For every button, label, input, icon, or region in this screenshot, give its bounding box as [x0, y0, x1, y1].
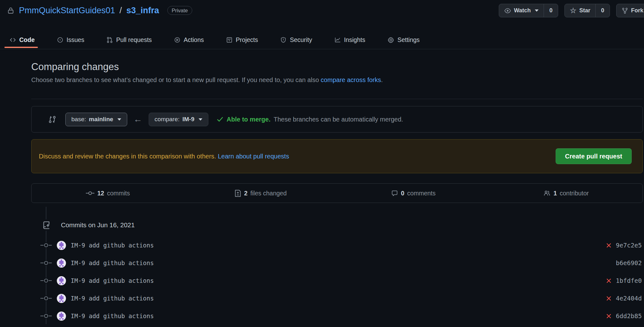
commit-sha-link[interactable]: b6e6902 — [616, 259, 642, 267]
commit-sha-link[interactable]: 9e7c2e5 — [616, 242, 642, 249]
x-failed-check-icon[interactable] — [606, 313, 612, 319]
chevron-down-icon — [117, 118, 121, 121]
tab-projects[interactable]: Projects — [226, 31, 258, 49]
star-icon: ☆ — [570, 7, 576, 14]
star-button[interactable]: ☆ Star — [565, 4, 595, 17]
breadcrumb: PmmQuickStartGuides01 / s3_infra Private — [7, 6, 192, 15]
commit-message-link[interactable]: IM-9 add github actions — [71, 295, 154, 302]
shield-icon — [280, 37, 287, 43]
discussion-flash: Discuss and review the changes in this c… — [31, 139, 643, 173]
commit-sha-link[interactable]: 6dd2b85 — [616, 312, 642, 320]
stat-label: contributor — [560, 190, 589, 197]
avatar[interactable] — [57, 259, 66, 268]
commit-row: IM-9 add github actions 9e7c2e5 — [31, 236, 643, 254]
commit-sha-link[interactable]: 4e2404d — [616, 295, 642, 302]
commit-row: IM-9 add github actions 1bfdfe0 — [31, 272, 643, 289]
tab-label: Actions — [184, 36, 204, 44]
commit-node-icon — [40, 242, 52, 248]
people-icon — [543, 190, 551, 197]
x-failed-check-icon[interactable] — [606, 278, 612, 284]
commit-meta: 4e2404d — [606, 295, 643, 302]
tab-label: Security — [290, 36, 312, 44]
commit-message-link[interactable]: IM-9 add github actions — [71, 277, 154, 284]
commit-message-link[interactable]: IM-9 add github actions — [71, 259, 154, 266]
tab-label: Settings — [397, 36, 420, 44]
tab-label: Code — [19, 36, 35, 44]
page-title: Comparing changes — [31, 61, 643, 73]
tab-label: Insights — [344, 36, 365, 44]
merge-status-detail: These branches can be automatically merg… — [274, 116, 403, 123]
repo-name-link[interactable]: s3_infra — [126, 6, 159, 15]
lock-icon — [7, 6, 15, 15]
tab-code[interactable]: Code — [9, 31, 35, 49]
tab-actions[interactable]: Actions — [174, 31, 204, 49]
watch-count[interactable]: 0 — [544, 4, 558, 17]
star-count[interactable]: 0 — [595, 4, 610, 17]
commit-sha-link[interactable]: 1bfdfe0 — [616, 277, 642, 284]
x-failed-check-icon[interactable] — [606, 242, 612, 248]
watch-button[interactable]: Watch — [499, 4, 544, 17]
fork-button[interactable]: Fork — [617, 4, 644, 17]
avatar[interactable] — [57, 241, 66, 250]
watch-button-group: Watch 0 — [499, 4, 558, 17]
commit-list: IM-9 add github actions 9e7c2e5 — [31, 236, 643, 325]
graph-icon — [334, 37, 341, 43]
tab-label: Pull requests — [116, 36, 152, 44]
comments-stat[interactable]: 0 comments — [337, 184, 490, 203]
avatar[interactable] — [57, 294, 66, 303]
commit-node-icon — [40, 278, 52, 283]
repo-nav: Code Issues Pull requests Actions — [0, 31, 644, 49]
compare-label: compare: — [155, 116, 180, 123]
gear-icon — [387, 37, 394, 44]
fork-button-group: Fork — [616, 4, 644, 17]
flash-text: Discuss and review the changes in this c… — [39, 153, 216, 160]
chevron-down-icon — [199, 118, 202, 121]
avatar[interactable] — [57, 276, 66, 285]
tab-issues[interactable]: Issues — [57, 31, 84, 49]
commit-node-icon — [40, 260, 52, 266]
commit-row: IM-9 add github actions b6e6902 — [31, 254, 643, 272]
files-changed-stat[interactable]: 2 files changed — [184, 184, 337, 203]
learn-about-pull-requests-link[interactable]: Learn about pull requests — [218, 153, 289, 160]
tab-pull-requests[interactable]: Pull requests — [106, 31, 152, 49]
base-label: base: — [71, 116, 86, 123]
file-diff-icon — [235, 190, 241, 197]
compare-branch-selector[interactable]: compare:IM-9 — [149, 113, 208, 126]
commits-stat[interactable]: 12 commits — [32, 184, 184, 203]
compare-page: Comparing changes Choose two branches to… — [31, 61, 643, 324]
stat-value: 2 — [244, 190, 247, 197]
commits-timeline: Commits on Jun 16, 2021 IM-9 add github … — [31, 203, 643, 324]
check-icon — [217, 116, 224, 123]
tab-insights[interactable]: Insights — [334, 31, 365, 49]
arrow-left-icon: ← — [134, 115, 142, 124]
tab-label: Issues — [67, 36, 84, 44]
tab-settings[interactable]: Settings — [387, 31, 420, 49]
subtitle-text: Choose two branches to see what’s change… — [31, 76, 321, 83]
stat-value: 12 — [97, 190, 104, 197]
compare-across-forks-link[interactable]: compare across forks — [321, 76, 381, 83]
commit-message-link[interactable]: IM-9 add github actions — [71, 242, 154, 249]
play-icon — [174, 37, 181, 43]
tab-security[interactable]: Security — [280, 31, 312, 49]
commit-meta: b6e6902 — [606, 259, 643, 267]
project-icon — [226, 37, 233, 43]
commit-message-link[interactable]: IM-9 add github actions — [71, 312, 154, 319]
commit-node-icon — [40, 295, 52, 301]
contributors-stat[interactable]: 1 contributor — [490, 184, 642, 203]
commits-date-label: Commits on Jun 16, 2021 — [61, 221, 135, 229]
x-failed-check-icon[interactable] — [606, 295, 612, 301]
fork-icon — [622, 7, 628, 14]
base-branch-selector[interactable]: base:mainline — [65, 113, 127, 126]
repo-owner-link[interactable]: PmmQuickStartGuides01 — [19, 6, 115, 15]
merge-status: Able to merge. These branches can be aut… — [217, 116, 403, 123]
star-label: Star — [579, 7, 590, 14]
git-pull-request-icon — [106, 37, 113, 43]
commit-meta: 9e7c2e5 — [606, 242, 643, 249]
repo-header: PmmQuickStartGuides01 / s3_infra Private… — [0, 0, 644, 18]
create-pull-request-button[interactable]: Create pull request — [556, 148, 632, 164]
commit-icon — [86, 191, 94, 196]
commit-row: IM-9 add github actions 4e2404d — [31, 289, 643, 307]
merge-status-headline: Able to merge. — [227, 116, 271, 123]
git-compare-icon — [48, 115, 57, 124]
avatar[interactable] — [57, 312, 66, 321]
